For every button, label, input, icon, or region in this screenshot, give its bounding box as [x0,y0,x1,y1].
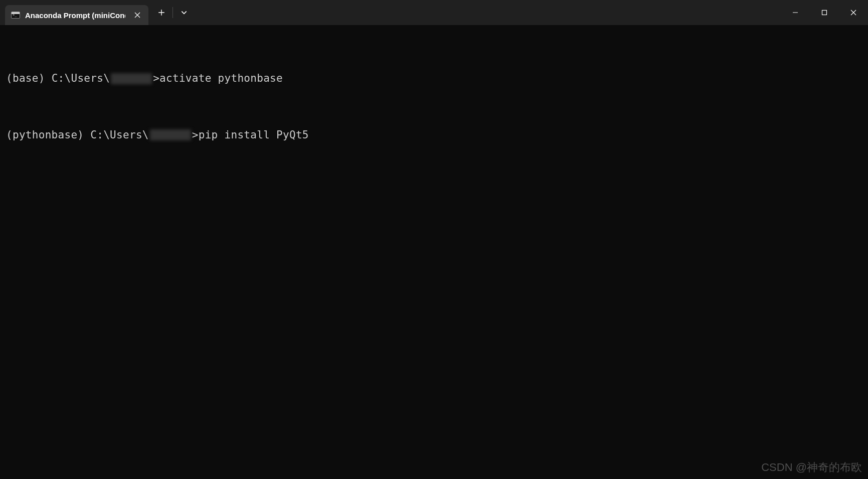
maximize-icon [821,10,827,16]
divider [172,7,173,18]
close-icon [850,10,856,16]
prompt-char: > [153,71,159,87]
svg-rect-0 [822,11,827,15]
maximize-button[interactable] [810,0,839,25]
close-icon [134,12,140,18]
titlebar-drag-area[interactable] [193,0,781,25]
prompt-char: > [192,127,199,143]
tab-active[interactable]: Anaconda Prompt (miniConda [5,5,148,25]
titlebar: Anaconda Prompt (miniConda [0,0,868,25]
tab-actions [148,0,193,25]
redacted-username [150,129,191,140]
redacted-username [111,73,152,84]
command-text: pip install PyQt5 [199,127,309,143]
terminal-content[interactable]: (base) C:\Users\>activate pythonbase (py… [0,25,868,182]
prompt-path-prefix: C:\Users\ [52,71,110,87]
window-close-button[interactable] [839,0,868,25]
prompt-path-prefix: C:\Users\ [90,127,149,143]
window-controls [781,0,868,25]
prompt-env: (pythonbase) [6,127,84,143]
new-tab-button[interactable] [152,4,170,22]
prompt-env: (base) [6,71,45,87]
tab-area: Anaconda Prompt (miniConda [0,0,148,25]
minimize-button[interactable] [781,0,810,25]
command-text: activate pythonbase [159,71,283,87]
tab-close-button[interactable] [132,10,142,20]
terminal-line: (pythonbase) C:\Users\>pip install PyQt5 [6,127,862,143]
terminal-icon [11,12,20,19]
tab-dropdown-button[interactable] [175,4,193,22]
terminal-line: (base) C:\Users\>activate pythonbase [6,71,862,87]
watermark: CSDN @神奇的布欧 [761,460,862,475]
plus-icon [158,9,165,16]
minimize-icon [792,10,798,16]
chevron-down-icon [181,9,188,16]
tab-title: Anaconda Prompt (miniConda [25,11,125,20]
